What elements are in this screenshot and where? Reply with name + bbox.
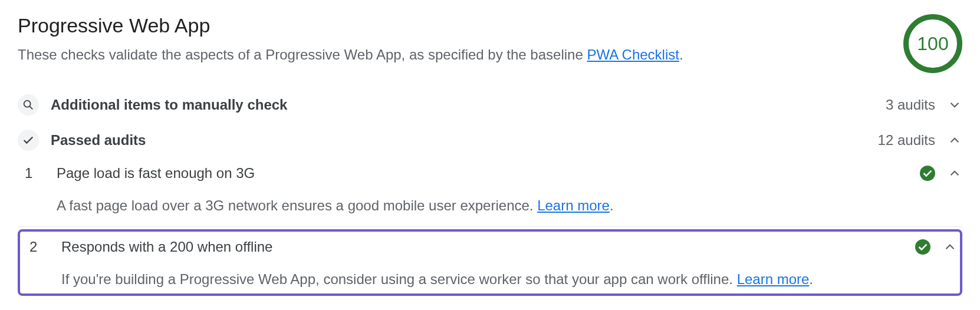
group-passed-label: Passed audits — [51, 132, 878, 149]
svg-point-0 — [24, 101, 31, 107]
chevron-up-icon — [942, 239, 958, 255]
audit-description-text: If you're building a Progressive Web App… — [61, 271, 737, 287]
score-value: 100 — [917, 33, 948, 55]
search-icon — [18, 94, 39, 116]
chevron-up-icon — [947, 133, 962, 148]
group-passed-count: 12 audits — [878, 132, 935, 149]
audit-description-suffix: . — [610, 197, 614, 213]
pwa-checklist-link[interactable]: PWA Checklist — [587, 47, 679, 62]
audit-item-2-highlighted: 2 Responds with a 200 when offline If yo… — [18, 229, 962, 296]
audit-row[interactable]: 2 Responds with a 200 when offline — [22, 234, 958, 255]
audit-number: 2 — [22, 239, 55, 255]
chevron-up-icon — [947, 166, 962, 181]
section-header: Progressive Web App These checks validat… — [18, 14, 962, 73]
section-description-suffix: . — [679, 47, 683, 62]
divider — [18, 226, 962, 227]
score-gauge: 100 — [903, 14, 962, 73]
learn-more-link[interactable]: Learn more — [737, 271, 810, 287]
audit-description: A fast page load over a 3G network ensur… — [18, 182, 962, 226]
audit-number: 1 — [18, 165, 51, 182]
audit-row[interactable]: 1 Page load is fast enough on 3G — [18, 158, 962, 182]
chevron-down-icon — [947, 97, 962, 113]
learn-more-link[interactable]: Learn more — [537, 197, 610, 213]
audit-title: Responds with a 200 when offline — [55, 239, 915, 255]
audit-description: If you're building a Progressive Web App… — [22, 255, 958, 292]
svg-line-1 — [29, 106, 32, 109]
audit-title: Page load is fast enough on 3G — [51, 165, 920, 182]
status-pass-icon — [920, 166, 935, 181]
audit-item-1: 1 Page load is fast enough on 3G A fast … — [18, 158, 962, 226]
group-manual-label: Additional items to manually check — [51, 97, 886, 113]
group-manual-count: 3 audits — [886, 97, 935, 113]
section-header-text: Progressive Web App These checks validat… — [18, 14, 880, 65]
section-title: Progressive Web App — [18, 14, 880, 37]
group-manual-checks[interactable]: Additional items to manually check 3 aud… — [18, 87, 962, 123]
group-passed-audits[interactable]: Passed audits 12 audits — [18, 123, 962, 158]
audit-description-text: A fast page load over a 3G network ensur… — [57, 197, 537, 213]
status-pass-icon — [915, 239, 930, 255]
svg-point-2 — [920, 166, 935, 181]
section-description: These checks validate the aspects of a P… — [18, 44, 880, 65]
section-description-text: These checks validate the aspects of a P… — [18, 47, 587, 62]
svg-point-3 — [915, 239, 930, 255]
check-icon — [18, 130, 39, 151]
audit-description-suffix: . — [809, 271, 813, 287]
